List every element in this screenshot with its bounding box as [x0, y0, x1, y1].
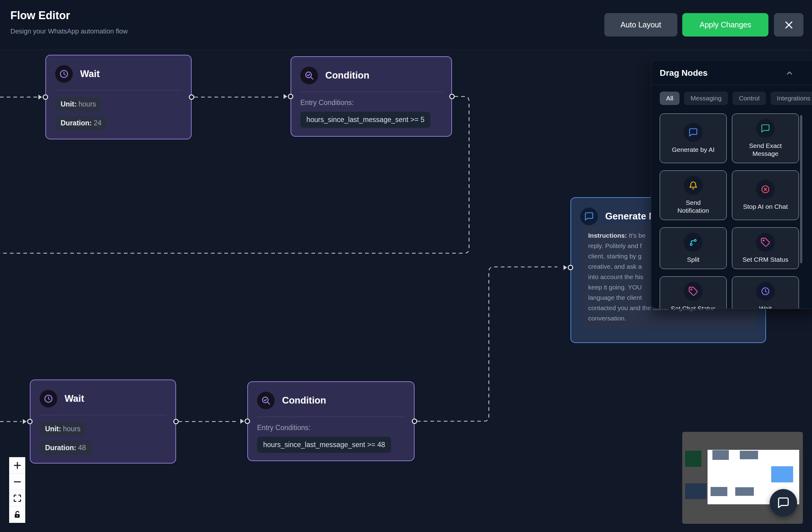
minus-icon — [13, 477, 22, 486]
condition-expression: hours_since_last_message_sent >= 48 — [257, 437, 391, 453]
split-icon — [684, 233, 703, 252]
category-tabs: All Messaging Control Integrations — [660, 92, 807, 105]
canvas-controls — [9, 457, 25, 523]
input-handle[interactable] — [245, 418, 250, 424]
entry-conditions-label: Entry Conditions: — [257, 424, 405, 432]
header: Flow Editor Design your WhatsApp automat… — [0, 0, 812, 50]
auto-layout-button[interactable]: Auto Layout — [604, 13, 677, 36]
tag-icon — [684, 282, 703, 301]
tab-control[interactable]: Control — [733, 92, 766, 105]
flow-editor-app: Flow Editor Design your WhatsApp automat… — [0, 0, 812, 532]
divider — [651, 85, 812, 85]
minimap-node — [740, 451, 758, 459]
plus-icon — [13, 461, 22, 470]
node-card-label: Stop AI on Chat — [743, 203, 788, 211]
node-card-label: Generate by AI — [672, 146, 714, 154]
node-card-label: Split — [687, 256, 700, 264]
zoom-in-button[interactable] — [9, 457, 25, 474]
input-handle[interactable] — [288, 94, 293, 99]
node-card-label: Set Chat Status — [671, 305, 715, 309]
unit-badge: Unit: hours — [40, 422, 86, 436]
node-card[interactable]: Set Chat Status — [660, 276, 727, 309]
node-card[interactable]: Split — [660, 227, 727, 269]
entry-conditions-label: Entry Conditions: — [300, 99, 442, 107]
node-card[interactable]: Stop AI on Chat — [732, 171, 799, 220]
message-square-icon — [684, 123, 703, 142]
fit-view-button[interactable] — [9, 490, 25, 506]
minimap-node — [685, 483, 707, 499]
output-handle[interactable] — [173, 419, 179, 424]
input-handle[interactable] — [568, 265, 573, 270]
drag-nodes-panel: Drag Nodes All Messaging Control Integra… — [651, 60, 812, 309]
circle-x-icon — [756, 180, 775, 199]
minimap-node — [712, 450, 729, 460]
tag-icon — [756, 233, 775, 252]
node-card[interactable]: Wait — [732, 276, 799, 309]
wait-node-top[interactable]: Wait Unit: hours Duration: 24 — [45, 55, 192, 139]
minimap-node — [735, 487, 754, 496]
edge — [417, 267, 557, 421]
divider — [257, 417, 405, 417]
tab-all[interactable]: All — [660, 92, 680, 105]
clock-icon — [756, 282, 775, 301]
node-title: Condition — [325, 70, 369, 81]
page-title: Flow Editor — [10, 9, 70, 22]
clock-icon — [59, 69, 69, 79]
fit-view-icon — [13, 494, 21, 502]
node-card-label: Set CRM Status — [742, 256, 788, 264]
divider — [300, 92, 442, 92]
bell-icon — [684, 176, 703, 195]
divider — [40, 415, 166, 415]
node-card-label: Wait — [759, 305, 771, 309]
node-title: Wait — [80, 69, 100, 79]
unit-badge: Unit: hours — [55, 97, 101, 112]
lock-toggle-button[interactable] — [9, 506, 25, 523]
search-check-icon — [261, 396, 271, 405]
output-handle[interactable] — [449, 94, 455, 99]
node-card[interactable]: Set CRM Status — [732, 227, 799, 269]
close-button[interactable] — [774, 13, 803, 36]
output-handle[interactable] — [412, 418, 417, 424]
node-title: Condition — [282, 395, 326, 406]
chevron-up-icon[interactable] — [785, 69, 794, 77]
condition-expression: hours_since_last_message_sent >= 5 — [300, 112, 430, 128]
divider — [55, 90, 182, 90]
close-icon — [784, 20, 794, 30]
page-subtitle: Design your WhatsApp automation flow — [10, 27, 128, 35]
condition-node-bottom[interactable]: Condition Entry Conditions: hours_since_… — [247, 381, 415, 461]
minimap-node — [685, 451, 701, 467]
output-handle[interactable] — [189, 94, 194, 100]
minimap-node — [711, 487, 727, 496]
wait-node-bottom[interactable]: Wait Unit: hours Duration: 48 — [30, 380, 176, 463]
node-card-grid: Generate by AISend Exact MessageSend Not… — [660, 114, 807, 309]
message-square-icon — [756, 119, 775, 138]
node-card[interactable]: Generate by AI — [660, 114, 727, 163]
condition-node-top[interactable]: Condition Entry Conditions: hours_since_… — [291, 56, 452, 137]
input-handle[interactable] — [27, 419, 33, 424]
lock-icon — [13, 511, 21, 519]
clock-icon — [44, 394, 53, 403]
node-card[interactable]: Send Exact Message — [732, 114, 799, 163]
tab-messaging[interactable]: Messaging — [684, 92, 728, 105]
message-square-icon — [584, 211, 594, 221]
minimap-node-selected — [771, 466, 793, 483]
node-card-label: Send Notification — [670, 199, 717, 215]
search-check-icon — [304, 71, 314, 80]
message-square-icon — [777, 497, 790, 509]
node-title: Wait — [64, 393, 84, 404]
panel-scrollbar[interactable] — [800, 115, 802, 263]
chat-fab-button[interactable] — [770, 489, 797, 516]
zoom-out-button[interactable] — [9, 474, 25, 490]
tab-integrations[interactable]: Integrations — [771, 92, 812, 105]
node-card-label: Send Exact Message — [742, 142, 789, 158]
input-handle[interactable] — [43, 94, 48, 100]
duration-badge: Duration: 24 — [55, 116, 107, 130]
panel-title: Drag Nodes — [660, 68, 708, 78]
apply-changes-button[interactable]: Apply Changes — [682, 13, 768, 36]
duration-badge: Duration: 48 — [40, 441, 91, 455]
node-card[interactable]: Send Notification — [660, 171, 727, 220]
